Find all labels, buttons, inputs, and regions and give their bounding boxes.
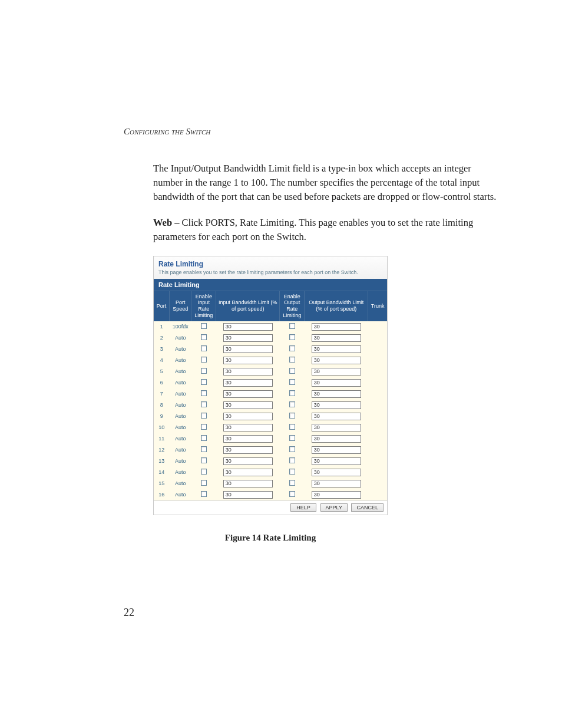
enable-output-checkbox[interactable] — [289, 413, 295, 419]
speed-cell: 100fdx — [169, 321, 191, 332]
input-bw-field[interactable] — [223, 379, 273, 387]
enable-output-checkbox[interactable] — [289, 401, 295, 407]
speed-cell: Auto — [169, 456, 191, 467]
input-bw-field[interactable] — [223, 401, 273, 409]
input-bw-field[interactable] — [223, 334, 273, 342]
enable-output-checkbox[interactable] — [289, 457, 295, 463]
enable-output-checkbox[interactable] — [289, 390, 295, 396]
output-bw-field[interactable] — [312, 323, 361, 331]
enable-input-checkbox[interactable] — [201, 413, 207, 419]
input-bw-field[interactable] — [223, 357, 273, 364]
enable-output-checkbox[interactable] — [289, 491, 295, 497]
input-bw-field[interactable] — [223, 390, 273, 398]
enable-input-checkbox[interactable] — [201, 368, 207, 374]
trunk-cell — [368, 456, 387, 467]
speed-cell: Auto — [169, 478, 191, 489]
running-head: Configuring the Switch — [124, 127, 497, 137]
cancel-button[interactable]: CANCEL — [351, 503, 384, 512]
enable-input-checkbox[interactable] — [201, 491, 207, 497]
enable-output-checkbox[interactable] — [289, 424, 295, 430]
enable-input-checkbox[interactable] — [201, 379, 207, 385]
speed-cell: Auto — [169, 366, 191, 377]
port-cell: 12 — [154, 444, 169, 456]
output-bw-field[interactable] — [312, 345, 361, 353]
trunk-cell — [368, 467, 387, 478]
trunk-cell — [368, 366, 387, 377]
output-bw-field[interactable] — [312, 480, 361, 487]
enable-input-checkbox[interactable] — [201, 345, 207, 351]
port-cell: 11 — [154, 433, 169, 444]
output-bw-field[interactable] — [312, 334, 361, 342]
enable-output-checkbox[interactable] — [289, 334, 295, 340]
output-bw-field[interactable] — [312, 379, 361, 387]
trunk-cell — [368, 433, 387, 444]
screenshot-title: Rate Limiting — [158, 260, 382, 268]
speed-cell: Auto — [169, 433, 191, 444]
input-bw-field[interactable] — [223, 424, 273, 431]
button-row: HELP APPLY CANCEL — [154, 500, 387, 515]
help-button[interactable]: HELP — [290, 503, 316, 512]
enable-input-checkbox[interactable] — [201, 323, 207, 329]
table-row: 12Auto — [154, 444, 387, 456]
enable-input-checkbox[interactable] — [201, 446, 207, 452]
output-bw-field[interactable] — [312, 435, 361, 443]
apply-button[interactable]: APPLY — [320, 503, 348, 512]
table-row: 4Auto — [154, 355, 387, 366]
output-bw-field[interactable] — [312, 368, 361, 375]
col-in-bw: Input Bandwidth Limit (% of port speed) — [216, 291, 280, 321]
input-bw-field[interactable] — [223, 435, 273, 443]
output-bw-field[interactable] — [312, 424, 361, 431]
trunk-cell — [368, 489, 387, 500]
output-bw-field[interactable] — [312, 457, 361, 465]
output-bw-field[interactable] — [312, 401, 361, 409]
enable-input-checkbox[interactable] — [201, 480, 207, 486]
input-bw-field[interactable] — [223, 345, 273, 353]
table-row: 16Auto — [154, 489, 387, 500]
input-bw-field[interactable] — [223, 469, 273, 476]
enable-output-checkbox[interactable] — [289, 345, 295, 351]
speed-cell: Auto — [169, 355, 191, 366]
output-bw-field[interactable] — [312, 469, 361, 476]
input-bw-field[interactable] — [223, 323, 273, 331]
output-bw-field[interactable] — [312, 390, 361, 398]
enable-output-checkbox[interactable] — [289, 368, 295, 374]
table-row: 5Auto — [154, 366, 387, 377]
enable-input-checkbox[interactable] — [201, 457, 207, 463]
input-bw-field[interactable] — [223, 446, 273, 454]
speed-cell: Auto — [169, 344, 191, 355]
enable-input-checkbox[interactable] — [201, 334, 207, 340]
enable-output-checkbox[interactable] — [289, 469, 295, 475]
enable-input-checkbox[interactable] — [201, 390, 207, 396]
table-row: 11Auto — [154, 433, 387, 444]
input-bw-field[interactable] — [223, 491, 273, 499]
port-cell: 7 — [154, 388, 169, 400]
port-cell: 10 — [154, 422, 169, 433]
trunk-cell — [368, 388, 387, 400]
enable-output-checkbox[interactable] — [289, 480, 295, 486]
enable-input-checkbox[interactable] — [201, 357, 207, 363]
input-bw-field[interactable] — [223, 457, 273, 465]
port-cell: 13 — [154, 456, 169, 467]
enable-output-checkbox[interactable] — [289, 435, 295, 441]
port-cell: 1 — [154, 321, 169, 332]
enable-output-checkbox[interactable] — [289, 379, 295, 385]
output-bw-field[interactable] — [312, 413, 361, 420]
enable-input-checkbox[interactable] — [201, 424, 207, 430]
input-bw-field[interactable] — [223, 413, 273, 420]
input-bw-field[interactable] — [223, 368, 273, 375]
enable-input-checkbox[interactable] — [201, 401, 207, 407]
enable-input-checkbox[interactable] — [201, 435, 207, 441]
enable-output-checkbox[interactable] — [289, 323, 295, 329]
input-bw-field[interactable] — [223, 480, 273, 487]
enable-output-checkbox[interactable] — [289, 446, 295, 452]
trunk-cell — [368, 332, 387, 344]
port-cell: 6 — [154, 377, 169, 388]
output-bw-field[interactable] — [312, 357, 361, 364]
output-bw-field[interactable] — [312, 446, 361, 454]
speed-cell: Auto — [169, 411, 191, 422]
table-row: 8Auto — [154, 400, 387, 411]
enable-input-checkbox[interactable] — [201, 469, 207, 475]
output-bw-field[interactable] — [312, 491, 361, 499]
speed-cell: Auto — [169, 332, 191, 344]
enable-output-checkbox[interactable] — [289, 357, 295, 363]
